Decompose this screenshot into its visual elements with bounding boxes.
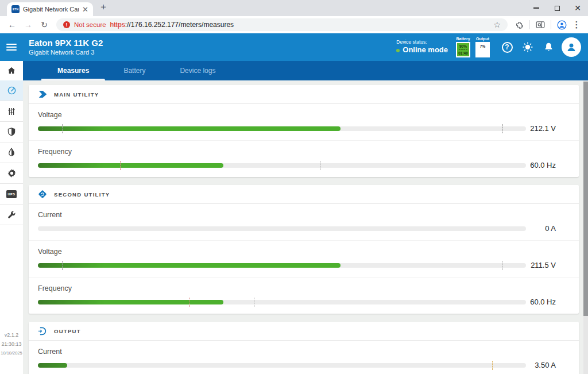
measure-row-second-utility-voltage: Voltage211.5 V xyxy=(29,240,579,277)
threshold-marker xyxy=(120,161,121,170)
measure-value: 60.0 Hz xyxy=(526,161,570,169)
browser-tab-strip: ETN Gigabit Network Card 3 ✕ ＋ ✕ xyxy=(0,0,588,16)
back-icon[interactable]: ← xyxy=(5,20,20,29)
sidebar-item-controls[interactable] xyxy=(0,101,23,122)
measures-content: MAIN UTILITYVoltage212.1 VFrequency60.0 … xyxy=(23,80,588,374)
tab-device-logs[interactable]: Device logs xyxy=(163,61,233,80)
browser-tab-title: Gigabit Network Card 3 xyxy=(23,6,79,13)
sidebar-item-maintenance[interactable] xyxy=(0,205,23,225)
measure-row-main-utility-voltage: Voltage212.1 V xyxy=(29,104,579,140)
threshold-marker xyxy=(189,298,190,307)
theme-brightness-button[interactable] xyxy=(519,37,536,57)
sidebar: UPSv2.1.221:30:1310/10/2025 xyxy=(0,61,23,374)
bookmark-star-icon[interactable]: ☆ xyxy=(493,20,501,29)
user-avatar-icon xyxy=(566,41,577,53)
measure-value: 60.0 Hz xyxy=(526,298,570,306)
eaton-favicon-icon: ETN xyxy=(11,5,20,13)
window-minimize-button[interactable] xyxy=(526,0,547,16)
home-icon xyxy=(7,66,16,75)
section-card-main-utility: MAIN UTILITYVoltage212.1 VFrequency60.0 … xyxy=(29,85,579,177)
address-bar[interactable]: ! Not secure https://176.16.252.177/mete… xyxy=(56,18,508,31)
threshold-marker xyxy=(62,124,63,133)
main-utility-icon xyxy=(37,89,48,99)
sidebar-item-meters[interactable] xyxy=(0,80,23,101)
reload-icon[interactable]: ↻ xyxy=(37,20,52,29)
threshold-marker xyxy=(492,361,493,370)
page-scrollbar[interactable] xyxy=(583,80,588,374)
threshold-marker xyxy=(62,261,63,270)
forward-icon[interactable]: → xyxy=(21,20,36,29)
sidebar-item-home[interactable] xyxy=(0,61,23,80)
hamburger-menu-icon[interactable] xyxy=(0,33,23,61)
section-header: OUTPUT xyxy=(29,322,579,341)
second-utility-icon xyxy=(37,189,48,199)
droplet-icon xyxy=(7,148,16,157)
gear-icon xyxy=(7,168,17,178)
threshold-marker xyxy=(502,124,503,133)
window-close-button[interactable]: ✕ xyxy=(567,0,588,16)
battery-gauge-label: Battery xyxy=(456,37,470,41)
device-subtitle: Gigabit Network Card 3 xyxy=(29,49,103,57)
section-title: OUTPUT xyxy=(54,328,81,334)
help-button[interactable]: ? xyxy=(498,37,516,57)
browser-toolbar: ← → ↻ ! Not secure https://176.16.252.17… xyxy=(0,16,588,33)
tab-measures[interactable]: Measures xyxy=(40,61,106,80)
shield-icon xyxy=(7,127,16,137)
gauge-icon xyxy=(7,86,17,95)
measure-label: Frequency xyxy=(38,148,570,156)
section-header: SECOND UTILITY xyxy=(29,185,579,204)
sidebar-item-ups[interactable]: UPS xyxy=(0,184,23,205)
measure-bar-fill xyxy=(38,163,223,168)
time-text: 21:30:13 xyxy=(0,340,23,349)
output-gauge-label: Output xyxy=(476,37,489,41)
measures-tab-bar: MeasuresBatteryDevice logs xyxy=(23,61,588,80)
extensions-puzzle-icon[interactable] xyxy=(512,21,526,29)
sidebar-item-protection[interactable] xyxy=(0,122,23,142)
measure-value: 212.1 V xyxy=(526,124,570,133)
user-account-button[interactable] xyxy=(562,37,581,57)
measure-bar-track xyxy=(38,363,526,368)
url-text: https://176.16.252.177/meters/measures xyxy=(110,21,234,29)
online-status-dot xyxy=(396,49,400,52)
battery-gauge[interactable]: Battery 90% 01:40 xyxy=(456,37,470,57)
measure-value: 0 A xyxy=(526,224,570,233)
sidebar-item-environment[interactable] xyxy=(0,142,23,163)
device-status-label: Device status: xyxy=(396,39,448,45)
profile-avatar-icon[interactable] xyxy=(555,20,568,30)
section-card-second-utility: SECOND UTILITYCurrent0 AVoltage211.5 VFr… xyxy=(29,185,579,314)
output-gauge[interactable]: Output 7% xyxy=(475,37,490,57)
tab-battery[interactable]: Battery xyxy=(106,61,163,80)
measure-row-second-utility-current: Current0 A xyxy=(29,204,579,240)
section-title: SECOND UTILITY xyxy=(54,191,110,198)
measure-row-second-utility-frequency: Frequency60.0 Hz xyxy=(29,277,579,314)
section-header: MAIN UTILITY xyxy=(29,85,579,104)
browser-menu-kebab-icon[interactable]: ⋮ xyxy=(570,20,583,30)
firmware-version-block: v2.1.221:30:1310/10/2025 xyxy=(0,330,23,374)
version-text: v2.1.2 xyxy=(0,330,23,340)
toolbar-divider xyxy=(529,20,530,29)
measure-bar-track xyxy=(38,300,526,304)
scrollbar-thumb[interactable] xyxy=(583,82,588,316)
notifications-button[interactable] xyxy=(540,37,557,57)
measure-bar-track xyxy=(38,163,526,168)
tab-close-icon[interactable]: ✕ xyxy=(82,6,88,13)
measure-value: 211.5 V xyxy=(526,261,570,269)
window-maximize-button[interactable] xyxy=(547,0,567,16)
new-tab-button[interactable]: ＋ xyxy=(99,1,108,13)
measure-label: Current xyxy=(38,211,570,219)
output-icon xyxy=(37,326,48,336)
sidebar-item-settings[interactable] xyxy=(0,163,23,184)
measure-row-output-current: Current3.50 A xyxy=(29,341,579,374)
measure-label: Voltage xyxy=(38,111,570,119)
not-secure-label[interactable]: Not secure xyxy=(74,21,106,28)
measure-row-main-utility-frequency: Frequency60.0 Hz xyxy=(29,140,579,177)
not-secure-icon: ! xyxy=(63,21,70,28)
ups-icon: UPS xyxy=(6,190,17,198)
measure-bar-track xyxy=(38,226,526,231)
maximize-icon xyxy=(555,6,560,11)
side-panel-icon[interactable] xyxy=(533,21,547,29)
measure-bar-fill xyxy=(38,263,341,268)
measure-bar-track xyxy=(38,263,526,268)
wrench-icon xyxy=(7,210,16,219)
browser-tab[interactable]: ETN Gigabit Network Card 3 ✕ xyxy=(7,2,93,16)
